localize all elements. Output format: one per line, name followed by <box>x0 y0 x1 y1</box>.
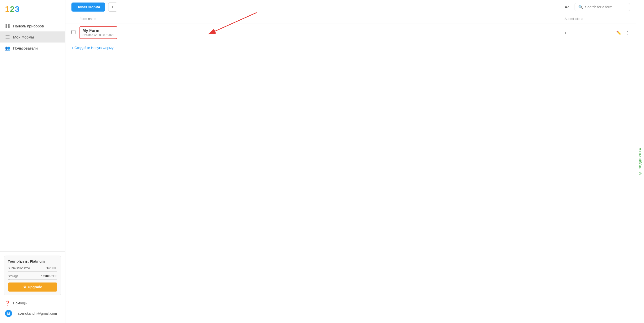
storage-progress <box>8 279 57 280</box>
sidebar-item-my-forms[interactable]: Мои Формы <box>0 31 65 43</box>
sidebar-item-my-forms-label: Мои Формы <box>13 35 34 39</box>
search-box: 🔍 <box>575 3 630 11</box>
sidebar-help[interactable]: ❓ Помощь <box>4 298 61 308</box>
storage-progress-fill <box>8 279 10 280</box>
people-icon: 👥 <box>5 46 10 51</box>
row-checkbox-col <box>71 30 79 35</box>
submission-count: 1 <box>565 31 610 35</box>
more-options-button[interactable]: ⋮ <box>625 30 630 36</box>
form-name-title: My Form <box>83 28 114 33</box>
form-name-box[interactable]: My Form Created on: 08/07/2023 <box>79 26 117 39</box>
user-email: maverickandrii@gmail.com <box>15 311 57 315</box>
submissions-progress-fill <box>8 271 8 272</box>
col-name-header: Form name <box>79 17 565 21</box>
logo-3: 3 <box>15 5 20 14</box>
submissions-label: Submissions/mo <box>8 266 30 270</box>
submissions-row: Submissions/mo 1/20000 <box>8 266 57 270</box>
create-new-link[interactable]: + Создайте Новую Форму <box>65 42 636 53</box>
help-icon: ❓ <box>5 300 11 306</box>
folder-button[interactable]: + <box>108 3 117 12</box>
main-wrapper: Новая Форма + AZ 🔍 Form name Submissions <box>65 0 636 323</box>
topbar: Новая Форма + AZ 🔍 <box>65 0 636 14</box>
support-label[interactable]: © ПОДДЕРЖКА <box>638 148 642 175</box>
avatar: M <box>5 310 12 317</box>
storage-row: Storage 109KB/2GB <box>8 274 57 278</box>
row-actions: ✏️ ⋮ <box>610 30 630 36</box>
folder-icon: + <box>111 5 114 9</box>
logo-2: 2 <box>10 5 15 14</box>
crown-icon: ♛ <box>23 285 26 289</box>
upgrade-label: Upgrade <box>28 285 42 289</box>
grid-icon <box>5 23 10 28</box>
support-sidebar: © ПОДДЕРЖКА <box>636 0 644 323</box>
sort-button[interactable]: AZ <box>562 3 572 12</box>
table-row: My Form Created on: 08/07/2023 1 ✏️ ⋮ <box>65 23 636 42</box>
sidebar-nav: Панель приборов Мои Формы 👥 Пользователи <box>0 18 65 251</box>
sidebar-user[interactable]: M maverickandrii@gmail.com <box>4 308 61 319</box>
form-name-cell: My Form Created on: 08/07/2023 <box>79 26 565 39</box>
help-label: Помощь <box>13 301 27 305</box>
logo: 123 <box>0 0 65 18</box>
table-header: Form name Submissions <box>65 14 636 23</box>
lines-icon <box>5 34 10 39</box>
sidebar-bottom: Your plan is: Platinum Submissions/mo 1/… <box>0 251 65 323</box>
main-content: Новая Форма + AZ 🔍 Form name Submissions <box>65 0 636 323</box>
submissions-value: 1/20000 <box>47 266 57 270</box>
sidebar-item-users-label: Пользователи <box>13 46 38 50</box>
logo-1: 1 <box>5 5 10 14</box>
upgrade-button[interactable]: ♛ Upgrade <box>8 282 57 292</box>
sidebar-item-dashboard-label: Панель приборов <box>13 24 44 28</box>
storage-value: 109KB/2GB <box>41 274 57 278</box>
support-icon: © <box>638 171 642 175</box>
row-checkbox[interactable] <box>71 30 75 34</box>
table-area: My Form Created on: 08/07/2023 1 ✏️ ⋮ + … <box>65 23 636 323</box>
sidebar: 123 Панель приборов Мои Формы 👥 Пользова… <box>0 0 65 323</box>
search-icon: 🔍 <box>578 5 583 9</box>
sidebar-item-dashboard[interactable]: Панель приборов <box>0 20 65 31</box>
search-input[interactable] <box>585 5 626 9</box>
edit-button[interactable]: ✏️ <box>616 30 622 36</box>
new-form-button[interactable]: Новая Форма <box>71 3 105 12</box>
form-created-date: Created on: 08/07/2023 <box>83 33 114 37</box>
col-submissions-header: Submissions <box>565 17 610 21</box>
plan-card: Your plan is: Platinum Submissions/mo 1/… <box>4 256 61 295</box>
plan-title: Your plan is: Platinum <box>8 259 57 263</box>
submissions-progress <box>8 271 57 272</box>
storage-label: Storage <box>8 274 18 278</box>
sidebar-item-users[interactable]: 👥 Пользователи <box>0 43 65 54</box>
